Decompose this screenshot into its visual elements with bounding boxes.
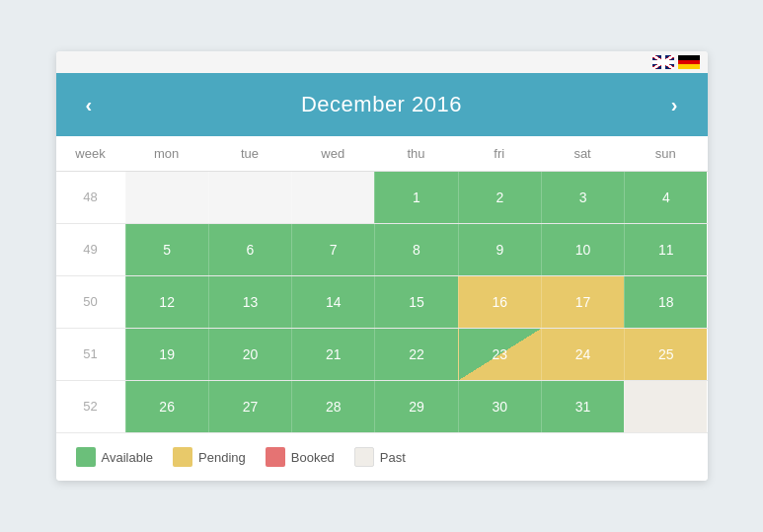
day-cell bbox=[291, 172, 374, 223]
day-cell[interactable]: 15 bbox=[374, 276, 457, 328]
week-header: week bbox=[56, 136, 125, 171]
day-cell[interactable]: 30 bbox=[458, 381, 541, 432]
booked-label: Booked bbox=[291, 450, 335, 465]
legend-past: Past bbox=[354, 447, 406, 467]
booked-color bbox=[266, 447, 285, 467]
wed-header: wed bbox=[291, 136, 374, 171]
mon-header: mon bbox=[125, 136, 208, 171]
past-color bbox=[354, 447, 374, 467]
next-month-button[interactable]: › bbox=[661, 91, 688, 118]
day-cell[interactable]: 4 bbox=[624, 172, 707, 223]
day-cell[interactable]: 26 bbox=[125, 381, 208, 432]
day-cell[interactable]: 27 bbox=[208, 381, 291, 432]
past-label: Past bbox=[380, 450, 406, 465]
flag-bar bbox=[56, 51, 708, 73]
day-cell[interactable]: 19 bbox=[125, 329, 208, 380]
day-cell[interactable]: 20 bbox=[208, 329, 291, 380]
day-cell[interactable]: 24 bbox=[541, 329, 624, 380]
day-cell[interactable]: 2 bbox=[458, 172, 541, 223]
tue-header: tue bbox=[208, 136, 291, 171]
day-cell[interactable]: 3 bbox=[541, 172, 624, 223]
fri-header: fri bbox=[458, 136, 541, 171]
week-number: 50 bbox=[56, 276, 125, 328]
day-cell bbox=[125, 172, 208, 223]
week-row: 49567891011 bbox=[56, 224, 708, 276]
day-cell[interactable]: 21 bbox=[291, 329, 374, 380]
week-number: 51 bbox=[56, 329, 125, 380]
sat-header: sat bbox=[541, 136, 624, 171]
day-cell[interactable]: 29 bbox=[374, 381, 457, 432]
day-cell[interactable]: 8 bbox=[374, 224, 457, 275]
legend: Available Pending Booked Past bbox=[56, 433, 708, 481]
calendar-grid: week mon tue wed thu fri sat sun 4812344… bbox=[56, 136, 708, 433]
day-headers-row: week mon tue wed thu fri sat sun bbox=[56, 136, 708, 172]
legend-pending: Pending bbox=[173, 447, 246, 467]
calendar-container: ‹ December 2016 › week mon tue wed thu f… bbox=[56, 51, 708, 481]
month-title: December 2016 bbox=[301, 92, 462, 117]
day-cell[interactable]: 1 bbox=[374, 172, 457, 223]
week-row: 481234 bbox=[56, 172, 708, 224]
day-cell bbox=[624, 381, 707, 432]
day-cell[interactable]: 6 bbox=[208, 224, 291, 275]
day-cell[interactable]: 14 bbox=[291, 276, 374, 328]
available-color bbox=[76, 447, 96, 467]
pending-label: Pending bbox=[198, 450, 246, 465]
day-cell[interactable]: 13 bbox=[208, 276, 291, 328]
day-cell[interactable]: 10 bbox=[541, 224, 624, 275]
day-cell[interactable]: 31 bbox=[541, 381, 624, 432]
day-cell[interactable]: 25 bbox=[624, 329, 707, 380]
week-row: 52262728293031 bbox=[56, 381, 708, 433]
day-cell[interactable]: 18 bbox=[624, 276, 707, 328]
flag-uk-icon[interactable] bbox=[652, 55, 674, 69]
day-cell[interactable]: 23 bbox=[458, 329, 541, 380]
day-cell[interactable]: 9 bbox=[458, 224, 541, 275]
day-cell[interactable]: 16 bbox=[458, 276, 541, 328]
day-cell[interactable]: 17 bbox=[541, 276, 624, 328]
available-label: Available bbox=[102, 450, 154, 465]
week-row: 5119202122232425 bbox=[56, 329, 708, 381]
day-cell[interactable]: 22 bbox=[374, 329, 457, 380]
day-cell[interactable]: 7 bbox=[291, 224, 374, 275]
sun-header: sun bbox=[624, 136, 707, 171]
legend-booked: Booked bbox=[266, 447, 335, 467]
prev-month-button[interactable]: ‹ bbox=[76, 91, 103, 118]
flag-de-icon[interactable] bbox=[678, 55, 700, 69]
day-cell bbox=[208, 172, 291, 223]
day-cell[interactable]: 12 bbox=[125, 276, 208, 328]
day-cell[interactable]: 28 bbox=[291, 381, 374, 432]
day-cell[interactable]: 11 bbox=[624, 224, 707, 275]
weeks-container: 4812344956789101150121314151617185119202… bbox=[56, 172, 708, 433]
legend-available: Available bbox=[76, 447, 154, 467]
week-number: 52 bbox=[56, 381, 125, 432]
day-cell[interactable]: 5 bbox=[125, 224, 208, 275]
pending-color bbox=[173, 447, 192, 467]
calendar-header: ‹ December 2016 › bbox=[56, 73, 708, 136]
week-number: 48 bbox=[56, 172, 125, 223]
week-number: 49 bbox=[56, 224, 125, 275]
thu-header: thu bbox=[374, 136, 457, 171]
week-row: 5012131415161718 bbox=[56, 276, 708, 329]
